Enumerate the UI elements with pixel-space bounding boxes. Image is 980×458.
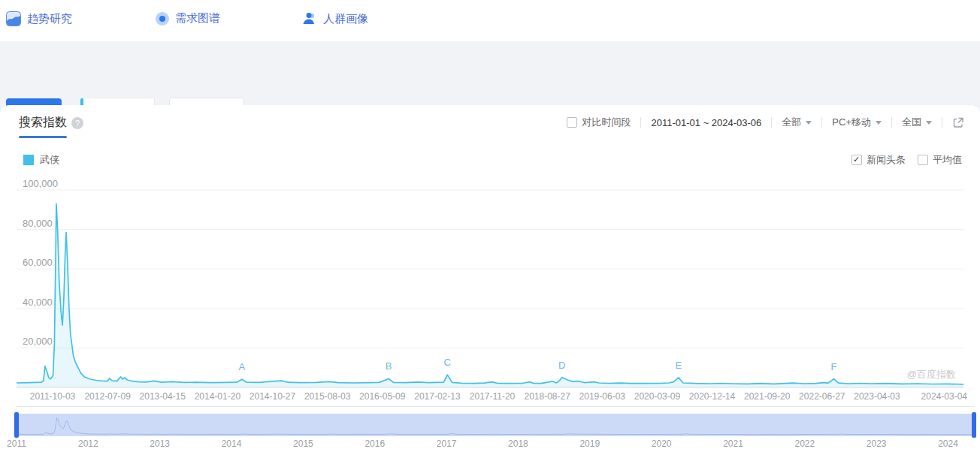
nav-item-label: 人群画像 (323, 12, 368, 26)
scrubber-handle-right[interactable] (972, 412, 976, 438)
news-event-marker-a[interactable]: A (239, 361, 246, 372)
x-tick-label: 2014-10-27 (250, 391, 295, 402)
watermark: @百度指数 (907, 368, 956, 381)
nav-item-trend-research[interactable]: 趋势研究 (6, 11, 72, 26)
news-event-marker-d[interactable]: D (558, 360, 565, 371)
top-nav: 趋势研究 需求图谱 人群画像 (0, 0, 980, 41)
year-label-2015: 2015 (293, 438, 313, 449)
year-label-2017: 2017 (437, 438, 457, 449)
year-label-2016: 2016 (364, 438, 385, 449)
nav-item-label: 需求图谱 (175, 11, 220, 26)
year-label-2022: 2022 (794, 438, 815, 449)
year-label-2012: 2012 (78, 438, 98, 449)
scrubber-mini-chart (17, 414, 974, 436)
nav-item-audience-profile[interactable]: 人群画像 (302, 11, 368, 26)
year-label-2020: 2020 (652, 438, 672, 449)
y-tick-label: 40,000 (23, 297, 53, 308)
year-label-2023: 2023 (867, 438, 887, 449)
keyword-bar: 关键词 武侠 + 添加对比 确定 (0, 41, 980, 105)
navigator-top-border (17, 406, 974, 407)
year-label-2013: 2013 (150, 438, 170, 449)
mini-series-line (17, 418, 974, 435)
date-range-scrubber[interactable] (17, 414, 974, 436)
year-label-2011: 2011 (7, 438, 26, 449)
y-tick-label: 80,000 (23, 218, 53, 229)
x-tick-label: 2019-06-03 (579, 391, 625, 402)
baidu-index-page: 趋势研究 需求图谱 人群画像 关键词 武侠 (0, 0, 980, 458)
audience-profile-icon (302, 11, 317, 26)
x-tick-label: 2024-03-04 (921, 391, 967, 402)
x-tick-label: 2015-08-03 (304, 391, 350, 402)
year-label-2019: 2019 (579, 438, 600, 449)
y-tick-label: 100,000 (23, 178, 58, 189)
series-line-wuxia (17, 203, 963, 384)
year-label-2021: 2021 (723, 438, 743, 449)
x-tick-label: 2022-06-27 (799, 391, 845, 402)
x-tick-label: 2017-02-13 (414, 391, 460, 402)
year-label-2018: 2018 (508, 438, 528, 449)
x-tick-label: 2020-12-14 (689, 391, 735, 402)
demand-map-icon (156, 12, 169, 26)
x-tick-label: 2021-09-20 (744, 391, 790, 402)
year-label-2014: 2014 (222, 438, 242, 449)
x-tick-label: 2011-10-03 (30, 391, 76, 402)
search-index-panel: 搜索指数 ? 对比时间段 2011-01-01 ~ 2024-03-06 全部 … (0, 105, 980, 458)
x-tick-label: 2013-04-15 (140, 391, 186, 402)
y-tick-label: 60,000 (23, 257, 53, 268)
trend-line-chart[interactable] (0, 105, 980, 458)
news-event-marker-f[interactable]: F (830, 361, 836, 372)
nav-item-demand-map[interactable]: 需求图谱 (156, 11, 220, 26)
news-event-marker-c[interactable]: C (444, 357, 451, 368)
x-tick-label: 2016-05-09 (359, 391, 405, 402)
scrubber-handle-left[interactable] (14, 412, 19, 438)
x-tick-label: 2018-08-27 (524, 391, 570, 402)
nav-item-label: 趋势研究 (27, 12, 72, 26)
trend-chart-icon (6, 11, 21, 26)
x-tick-label: 2017-11-20 (470, 391, 516, 402)
y-tick-label: 20,000 (23, 336, 53, 347)
x-tick-label: 2012-07-09 (84, 391, 130, 402)
year-label-2024: 2024 (938, 438, 958, 449)
news-event-marker-b[interactable]: B (386, 360, 392, 372)
series-area-fill (17, 203, 963, 387)
news-event-marker-e[interactable]: E (675, 360, 682, 371)
x-tick-label: 2014-01-20 (195, 391, 240, 402)
x-tick-label: 2023-04-03 (854, 391, 900, 402)
x-tick-label: 2020-03-09 (634, 391, 680, 402)
